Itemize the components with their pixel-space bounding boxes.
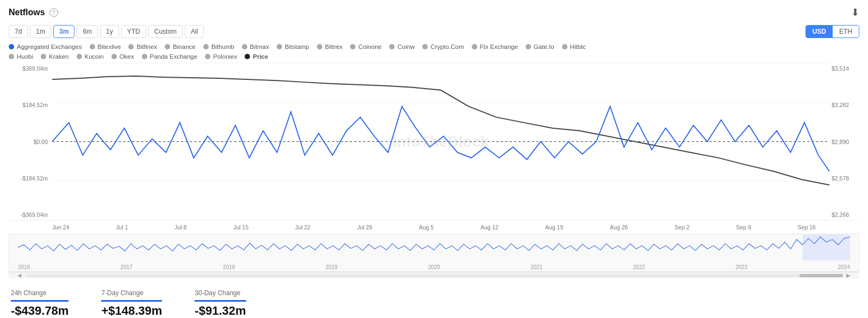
help-icon[interactable]: ? (49, 8, 58, 17)
stat-value-30d: -$91.32m (195, 304, 246, 318)
legend-coinw[interactable]: Coinw (389, 43, 415, 50)
time-btn-1m[interactable]: 1m (30, 25, 51, 38)
legend-cryptocom[interactable]: Crypto.Com (422, 43, 464, 50)
legend-panda[interactable]: Panda Exchange (142, 53, 198, 60)
legend-bittrex[interactable]: Bittrex (317, 43, 343, 50)
scroll-left-arrow[interactable]: ◀ (17, 272, 22, 278)
main-chart: $369.04m $184.52m $0.00 -$184.52m -$369.… (9, 63, 859, 221)
legend-aggregated[interactable]: Aggregated Exchanges (9, 43, 82, 50)
time-btn-3m[interactable]: 3m (53, 25, 74, 38)
legend-dot-binance (165, 44, 170, 49)
legend-huobi[interactable]: Huobi (9, 53, 33, 60)
legend-kraken[interactable]: Kraken (41, 53, 68, 60)
legend-label-gateio: Gate.Io (534, 43, 554, 50)
currency-usd[interactable]: USD (806, 26, 833, 38)
stat-value-24h: -$439.78m (11, 304, 68, 318)
y-label-4: -$184.52m (9, 175, 52, 182)
legend-dot-huobi (9, 54, 14, 59)
legend-binance[interactable]: Binance (165, 43, 196, 50)
legend-label-bittrex: Bittrex (325, 43, 343, 50)
legend-label-panda: Panda Exchange (150, 53, 198, 60)
stat-label-24h: 24h Change (11, 289, 68, 297)
x-label-5: Jul 29 (357, 224, 372, 230)
page-title: Netflows (9, 8, 45, 17)
legend-bitmax[interactable]: Bitmax (242, 43, 269, 50)
scroll-track[interactable] (25, 274, 843, 277)
mini-svg (18, 234, 850, 260)
y-label-right-5: $2,266 (829, 211, 859, 218)
legend-label-huobi: Huobi (17, 53, 33, 60)
x-label-8: Aug 19 (545, 224, 563, 230)
y-label-right-2: $3,282 (829, 102, 859, 108)
stat-divider-30d (195, 300, 246, 302)
stat-divider-7d (101, 300, 162, 302)
legend-label-cryptocom: Crypto.Com (430, 43, 464, 50)
scroll-right-arrow[interactable]: ▶ (846, 272, 851, 278)
legend-price[interactable]: Price (245, 53, 268, 60)
legend-label-poloniex: Poloniex (213, 53, 237, 60)
legend-label-coinw: Coinw (397, 43, 415, 50)
scroll-thumb[interactable] (800, 274, 843, 277)
y-label-top: $369.04m (9, 65, 52, 72)
legend-label-bitstamp: Bitstamp (285, 43, 309, 50)
legend-dot-kraken (41, 54, 46, 59)
legend-dot-cryptocom (422, 44, 428, 49)
scrollbar[interactable]: ◀ ▶ (9, 272, 859, 278)
x-label-1: Jul 1 (116, 224, 128, 230)
legend-okex[interactable]: Okex (111, 53, 134, 60)
x-label-7: Aug 12 (480, 224, 498, 230)
legend-bitexlive[interactable]: Bitexlive (90, 43, 121, 50)
legend-dot-bittrex (317, 44, 322, 49)
stat-24h: 24h Change -$439.78m (11, 289, 68, 318)
time-btn-6m[interactable]: 6m (77, 25, 98, 38)
time-btn-7d[interactable]: 7d (9, 25, 28, 38)
mini-x-2022: 2022 (633, 264, 645, 270)
x-label-4: Jul 22 (295, 224, 310, 230)
y-label-right-3: $2,890 (829, 139, 859, 145)
legend-kucoin[interactable]: Kucoin (77, 53, 104, 60)
legend-label-aggregated: Aggregated Exchanges (17, 43, 82, 50)
time-btn-custom[interactable]: Custom (148, 25, 183, 38)
legend-bithumb[interactable]: Bithumb (203, 43, 234, 50)
legend-coinone[interactable]: Coinone (350, 43, 382, 50)
time-btn-all[interactable]: All (185, 25, 204, 38)
x-label-3: Jul 15 (233, 224, 248, 230)
y-label-right-1: $3,514 (829, 65, 859, 72)
legend-label-okex: Okex (120, 53, 134, 60)
mini-x-2018: 2018 (223, 264, 235, 270)
legend-bitstamp[interactable]: Bitstamp (277, 43, 309, 50)
legend-gateio[interactable]: Gate.Io (526, 43, 554, 50)
controls-row: 7d 1m 3m 6m 1y YTD Custom All USD ETH (9, 25, 859, 38)
mini-chart-inner (18, 234, 850, 260)
legend-dot-bithumb (203, 44, 209, 49)
legend-poloniex[interactable]: Poloniex (205, 53, 237, 60)
x-label-2: Jul 8 (174, 224, 186, 230)
mini-x-2019: 2019 (326, 264, 338, 270)
legend-dot-price (245, 54, 250, 59)
y-label-right-4: $2,578 (829, 175, 859, 182)
time-btn-1y[interactable]: 1y (100, 25, 119, 38)
mini-x-2016: 2016 (18, 264, 30, 270)
y-axis-right: $3,514 $3,282 $2,890 $2,578 $2,266 (829, 63, 859, 220)
main-svg (52, 63, 829, 220)
stat-label-7d: 7-Day Change (101, 289, 162, 297)
time-filters: 7d 1m 3m 6m 1y YTD Custom All (9, 25, 204, 38)
header: Netflows ? ⬇ (9, 7, 859, 18)
legend-dot-okex (111, 54, 117, 59)
legend-label-bitexlive: Bitexlive (98, 43, 121, 50)
legend-label-coinone: Coinone (358, 43, 382, 50)
legend-bitfinex[interactable]: Bitfinex (128, 43, 157, 50)
legend-ftx[interactable]: Ftx Exchange (472, 43, 518, 50)
stat-label-30d: 30-Day Change (195, 289, 246, 297)
y-axis-left: $369.04m $184.52m $0.00 -$184.52m -$369.… (9, 63, 52, 220)
legend-hitbtc[interactable]: Hitbtc (562, 43, 586, 50)
download-icon[interactable]: ⬇ (851, 7, 859, 18)
legend-label-binance: Binance (173, 43, 196, 50)
time-btn-ytd[interactable]: YTD (121, 25, 146, 38)
legend-dot-poloniex (205, 54, 210, 59)
mini-x-2020: 2020 (428, 264, 440, 270)
mini-chart[interactable]: 2016 2017 2018 2019 2020 2021 2022 2023 … (9, 234, 859, 272)
legend-label-ftx: Ftx Exchange (480, 43, 518, 50)
mini-x-2017: 2017 (121, 264, 133, 270)
currency-eth[interactable]: ETH (833, 26, 859, 38)
